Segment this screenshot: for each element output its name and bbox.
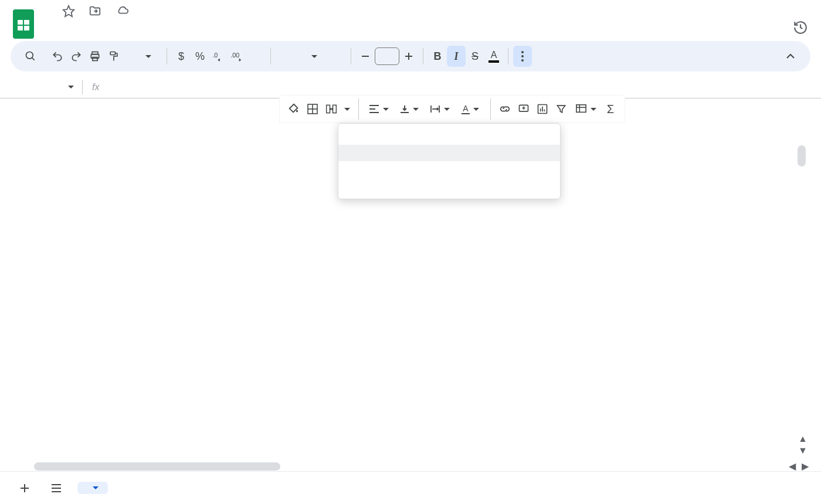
- svg-rect-41: [21, 488, 29, 489]
- all-sheets-icon[interactable]: [46, 478, 67, 499]
- menu-edit[interactable]: [61, 21, 73, 26]
- undo-icon[interactable]: [48, 46, 67, 67]
- vertical-scrollbar[interactable]: [798, 145, 807, 168]
- print-icon[interactable]: [86, 46, 104, 67]
- scroll-down-icon[interactable]: ▼: [798, 445, 808, 456]
- italic-icon[interactable]: I: [447, 46, 466, 67]
- format-percent-icon[interactable]: %: [191, 46, 209, 67]
- insert-comment-icon[interactable]: [514, 98, 533, 120]
- search-menus-icon[interactable]: [21, 46, 40, 67]
- svg-rect-15: [408, 53, 409, 60]
- sheet-tab-bar: [0, 471, 821, 504]
- menu-tools[interactable]: [131, 21, 143, 26]
- sheet-tab[interactable]: [77, 482, 108, 494]
- text-wrapping-icon[interactable]: [425, 98, 455, 120]
- increase-decimal-icon[interactable]: .00: [228, 46, 247, 67]
- merge-vertically-item[interactable]: [338, 145, 560, 161]
- more-toolbar-icon[interactable]: [513, 46, 532, 67]
- redo-icon[interactable]: [67, 46, 86, 67]
- name-box[interactable]: [0, 86, 82, 88]
- borders-icon[interactable]: [303, 98, 322, 120]
- decrease-font-size-icon[interactable]: [356, 46, 375, 67]
- separator: [270, 48, 271, 64]
- menu-bar: [47, 19, 810, 32]
- merge-cells-button[interactable]: [322, 98, 354, 120]
- menu-help[interactable]: [160, 21, 171, 26]
- svg-text:.0: .0: [212, 52, 218, 59]
- functions-icon[interactable]: Σ: [601, 98, 620, 120]
- insert-link-icon[interactable]: [496, 98, 514, 120]
- font-family-select[interactable]: [276, 46, 346, 67]
- text-rotation-icon[interactable]: A: [455, 98, 486, 120]
- bold-icon[interactable]: B: [428, 46, 447, 67]
- fill-color-icon[interactable]: [284, 98, 303, 120]
- svg-text:.00: .00: [230, 52, 239, 59]
- merge-horizontally-item: [338, 161, 560, 178]
- menu-data[interactable]: [117, 21, 129, 26]
- separator: [423, 48, 423, 64]
- cloud-status-icon[interactable]: [115, 5, 130, 18]
- strikethrough-icon[interactable]: S: [466, 46, 484, 67]
- scroll-right-icon[interactable]: ▶: [800, 461, 810, 471]
- number-format-select[interactable]: [247, 46, 266, 67]
- zoom-select[interactable]: [131, 46, 162, 67]
- menu-file[interactable]: [47, 21, 59, 26]
- toolbar-overflow: A Σ: [279, 95, 625, 123]
- increase-font-size-icon[interactable]: [399, 46, 418, 67]
- decrease-decimal-icon[interactable]: .0: [209, 46, 228, 67]
- svg-point-17: [521, 55, 524, 57]
- title-bar: [0, 0, 821, 41]
- separator: [508, 48, 508, 64]
- separator: [490, 98, 491, 120]
- document-title[interactable]: [47, 10, 52, 12]
- separator: [167, 48, 167, 64]
- menu-insert[interactable]: [89, 21, 101, 26]
- svg-rect-37: [576, 105, 586, 113]
- format-currency-icon[interactable]: $: [172, 46, 191, 67]
- vertical-align-icon[interactable]: [394, 98, 425, 120]
- text-color-icon[interactable]: A: [484, 46, 503, 67]
- scroll-left-icon[interactable]: ◀: [787, 461, 798, 471]
- paint-format-icon[interactable]: [104, 46, 123, 67]
- fx-icon: fx: [92, 82, 99, 93]
- collapse-toolbar-icon[interactable]: [781, 46, 800, 67]
- horizontal-align-icon[interactable]: [364, 98, 394, 120]
- sheets-logo-icon[interactable]: [11, 7, 36, 41]
- sheet-tab-menu-icon[interactable]: [93, 486, 99, 489]
- star-icon[interactable]: [62, 5, 75, 18]
- scroll-up-icon[interactable]: ▲: [798, 434, 808, 444]
- svg-point-18: [521, 59, 524, 62]
- svg-marker-4: [63, 6, 74, 16]
- svg-point-5: [26, 52, 33, 59]
- svg-point-16: [521, 51, 524, 53]
- menu-format[interactable]: [103, 21, 115, 26]
- merge-menu: [338, 123, 561, 199]
- separator: [358, 98, 359, 120]
- separator: [351, 48, 351, 64]
- insert-chart-icon[interactable]: [533, 98, 552, 120]
- toolbar: $ % .0 .00 B I S A: [11, 41, 810, 71]
- version-history-icon[interactable]: [793, 20, 808, 35]
- menu-extensions[interactable]: [145, 21, 157, 26]
- unmerge-item[interactable]: [338, 178, 560, 194]
- menu-view[interactable]: [75, 21, 87, 26]
- horizontal-scrollbar[interactable]: [34, 462, 286, 471]
- move-to-folder-icon[interactable]: [88, 5, 102, 18]
- table-views-icon[interactable]: [571, 98, 601, 120]
- svg-rect-10: [110, 52, 115, 55]
- svg-line-6: [32, 58, 35, 60]
- font-size-input[interactable]: [375, 47, 399, 65]
- filter-icon[interactable]: [552, 98, 571, 120]
- add-sheet-button[interactable]: [14, 478, 35, 499]
- merge-all-item[interactable]: [338, 128, 560, 145]
- svg-rect-13: [362, 56, 369, 57]
